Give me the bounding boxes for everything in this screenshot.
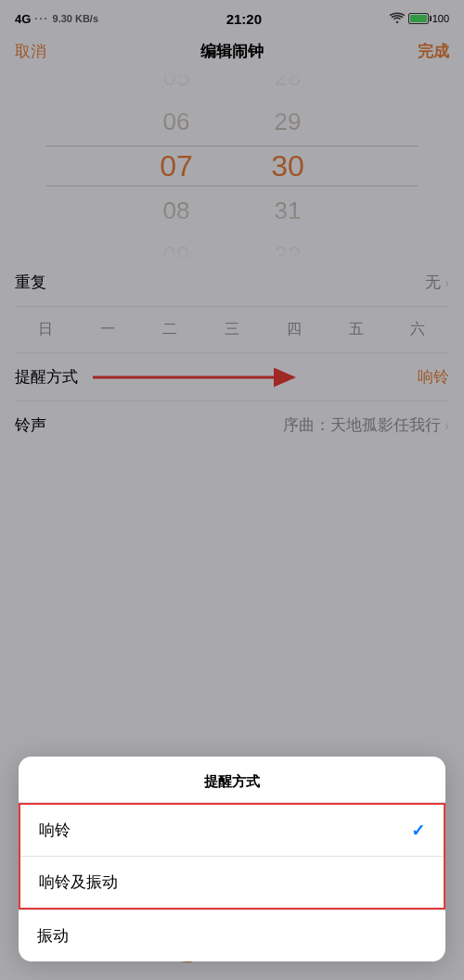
option-ring-vibrate-label: 响铃及振动 xyxy=(39,872,118,893)
modal-sheet: 提醒方式 响铃 ✓ 响铃及振动 振动 xyxy=(19,757,445,961)
checkmark-icon: ✓ xyxy=(411,821,425,841)
option-ring-label: 响铃 xyxy=(39,820,71,841)
option-group: 响铃 ✓ 响铃及振动 xyxy=(19,803,445,910)
modal-option-vibrate[interactable]: 振动 xyxy=(19,910,445,961)
modal-option-ring-vibrate[interactable]: 响铃及振动 xyxy=(20,857,444,908)
option-vibrate-label: 振动 xyxy=(37,925,69,947)
modal-title: 提醒方式 xyxy=(19,757,445,803)
modal-backdrop: 提醒方式 响铃 ✓ 响铃及振动 振动 xyxy=(0,0,464,980)
modal-option-ring[interactable]: 响铃 ✓ xyxy=(20,805,444,857)
